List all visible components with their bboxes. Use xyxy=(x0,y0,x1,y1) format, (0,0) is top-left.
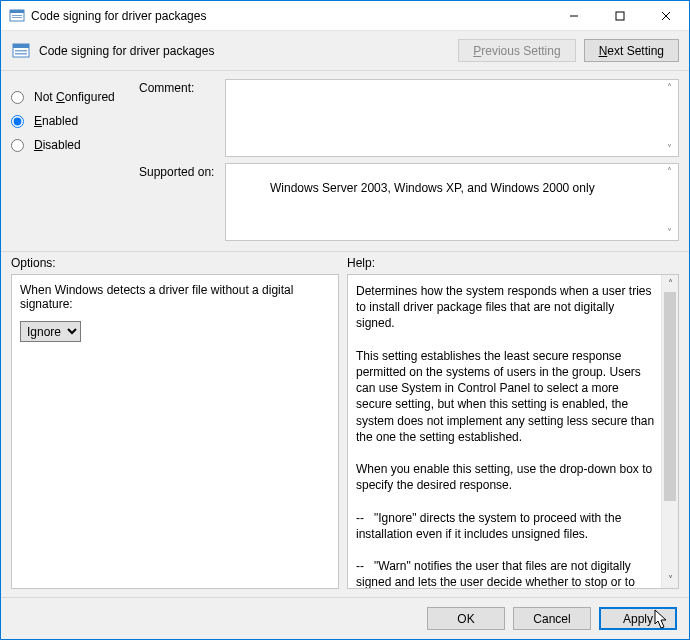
radio-disabled-input[interactable] xyxy=(11,139,24,152)
svg-rect-10 xyxy=(15,50,27,52)
maximize-button[interactable] xyxy=(597,1,643,30)
state-radio-group: Not Configured Enabled Disabled xyxy=(11,79,131,247)
close-button[interactable] xyxy=(643,1,689,30)
svg-rect-9 xyxy=(13,44,29,48)
radio-not-configured-input[interactable] xyxy=(11,91,24,104)
scroll-thumb[interactable] xyxy=(664,292,676,501)
fields-column: Comment: ˄ ˅ Supported on: Windows Serve… xyxy=(139,79,679,247)
help-scrollbar[interactable]: ˄ ˅ xyxy=(661,275,678,588)
ok-button[interactable]: OK xyxy=(427,607,505,630)
svg-rect-1 xyxy=(10,10,24,13)
comment-textbox[interactable]: ˄ ˅ xyxy=(225,79,679,157)
supported-textbox: Windows Server 2003, Windows XP, and Win… xyxy=(225,163,679,241)
footer: OK Cancel Apply xyxy=(1,597,689,639)
dialog-window: Code signing for driver packages Code si… xyxy=(0,0,690,640)
window-title: Code signing for driver packages xyxy=(31,9,551,23)
policy-icon xyxy=(11,41,31,61)
options-label: Options: xyxy=(11,256,347,270)
previous-setting-button: Previous Setting xyxy=(458,39,575,62)
scroll-track[interactable] xyxy=(662,292,678,571)
next-setting-button[interactable]: Next Setting xyxy=(584,39,679,62)
help-text: Determines how the system responds when … xyxy=(356,283,656,589)
help-label: Help: xyxy=(347,256,375,270)
supported-label: Supported on: xyxy=(139,163,225,241)
signature-action-dropdown[interactable]: IgnoreWarnBlock xyxy=(20,321,81,342)
supported-row: Supported on: Windows Server 2003, Windo… xyxy=(139,163,679,241)
comment-label: Comment: xyxy=(139,79,225,157)
options-panel: When Windows detects a driver file witho… xyxy=(11,274,339,589)
radio-enabled-input[interactable] xyxy=(11,115,24,128)
svg-rect-2 xyxy=(12,15,22,16)
scroll-up-icon[interactable]: ˄ xyxy=(662,275,678,292)
radio-not-configured[interactable]: Not Configured xyxy=(11,85,131,109)
svg-rect-11 xyxy=(15,53,27,55)
minimize-button[interactable] xyxy=(551,1,597,30)
subheader: Code signing for driver packages Previou… xyxy=(1,31,689,71)
svg-rect-5 xyxy=(616,12,624,20)
window-controls xyxy=(551,1,689,30)
radio-enabled[interactable]: Enabled xyxy=(11,109,131,133)
chevron-up-icon[interactable]: ˄ xyxy=(662,82,676,93)
cancel-button[interactable]: Cancel xyxy=(513,607,591,630)
comment-row: Comment: ˄ ˅ xyxy=(139,79,679,157)
options-prompt: When Windows detects a driver file witho… xyxy=(20,283,330,311)
scroll-down-icon[interactable]: ˅ xyxy=(662,571,678,588)
app-icon xyxy=(9,8,25,24)
apply-button[interactable]: Apply xyxy=(599,607,677,630)
radio-disabled[interactable]: Disabled xyxy=(11,133,131,157)
svg-rect-3 xyxy=(12,17,22,18)
chevron-down-icon[interactable]: ˅ xyxy=(662,227,676,238)
titlebar: Code signing for driver packages xyxy=(1,1,689,31)
top-area: Not Configured Enabled Disabled Comment:… xyxy=(1,71,689,252)
subheader-title: Code signing for driver packages xyxy=(39,44,450,58)
chevron-down-icon[interactable]: ˅ xyxy=(662,143,676,154)
help-panel: Determines how the system responds when … xyxy=(347,274,679,589)
chevron-up-icon[interactable]: ˄ xyxy=(662,166,676,177)
section-labels: Options: Help: xyxy=(1,252,689,272)
split-panels: When Windows detects a driver file witho… xyxy=(1,272,689,597)
